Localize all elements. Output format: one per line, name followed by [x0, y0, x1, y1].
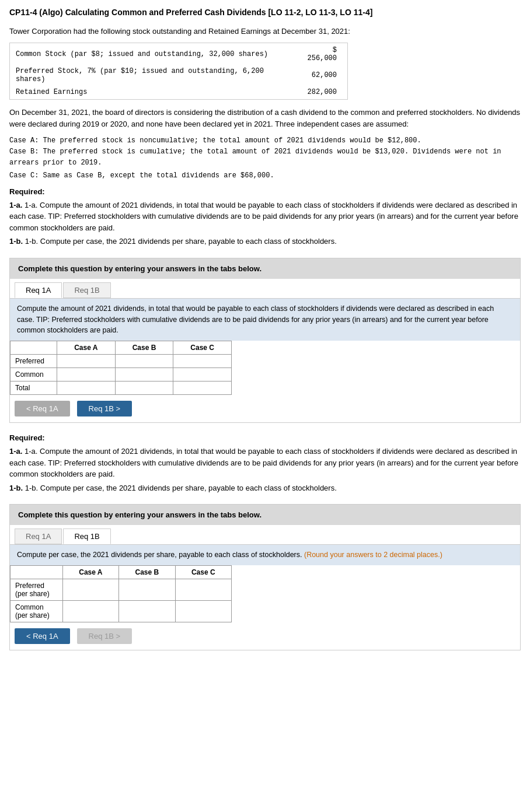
stock-value-2: 62,000	[295, 65, 346, 85]
data-table-1: Case A Case B Case C Preferred Common	[10, 341, 232, 395]
cell-common-pershare-casec	[175, 600, 231, 622]
case-b: Case B: The preferred stock is cumulativ…	[9, 146, 521, 169]
cell-common-pershare-casea	[62, 600, 118, 622]
instruction-highlight-2: (Round your answers to 2 decimal places.…	[304, 551, 442, 559]
case-c: Case C: Same as Case B, except the total…	[9, 170, 521, 181]
col-header-casec-2: Case C	[175, 565, 231, 579]
col-header-casea-1: Case A	[57, 341, 116, 355]
tabs-row-1: Req 1A Req 1B	[10, 279, 520, 299]
tab-req1b-1[interactable]: Req 1B	[63, 282, 110, 298]
col-header-empty-1	[11, 341, 57, 355]
complete-banner-1: Complete this question by entering your …	[10, 258, 520, 279]
stock-row-3: Retained Earnings 282,000	[11, 86, 346, 98]
col-header-caseb-1: Case B	[115, 341, 173, 355]
tab-req1a-1[interactable]: Req 1A	[15, 282, 62, 298]
btn-next-1[interactable]: Req 1B >	[77, 401, 132, 416]
row-label-common-1: Common	[11, 368, 57, 382]
col-header-empty-2	[11, 565, 63, 579]
cell-common-pershare-caseb	[119, 600, 175, 622]
col-header-casec-1: Case C	[173, 341, 232, 355]
cell-total-casec-1	[173, 382, 232, 395]
instruction-box-1: Compute the amount of 2021 dividends, in…	[10, 299, 520, 341]
instruction-box-2: Compute per case, the 2021 dividends per…	[10, 545, 520, 565]
table-row-preferred-1: Preferred	[11, 355, 232, 368]
page-title: CP11-4 (Algo) Calculating Common and Pre…	[9, 7, 521, 19]
cell-common-casec-1	[173, 368, 232, 382]
nav-buttons-2: < Req 1A Req 1B >	[10, 622, 520, 650]
input-preferred-pershare-casec[interactable]	[176, 584, 231, 596]
row-label-preferred-1: Preferred	[11, 355, 57, 368]
cell-total-caseb-1	[115, 382, 173, 395]
stock-table: Common Stock (par $8; issued and outstan…	[9, 43, 348, 100]
required-header-2: Required:	[9, 433, 521, 442]
input-common-pershare-caseb[interactable]	[119, 606, 175, 617]
data-table-2: Case A Case B Case C Preferred (per shar…	[10, 565, 232, 622]
required-list: 1-a. 1-a. Compute the amount of 2021 div…	[9, 200, 521, 247]
row-label-total-1: Total	[11, 382, 57, 395]
input-total-casec-1[interactable]	[173, 382, 231, 394]
input-total-casea-1[interactable]	[57, 382, 115, 394]
input-common-caseb-1[interactable]	[116, 369, 173, 380]
input-preferred-casec-1[interactable]	[173, 355, 231, 367]
cell-preferred-pershare-casea	[62, 579, 118, 600]
col-header-caseb-2: Case B	[119, 565, 175, 579]
question-box-2: Complete this question by entering your …	[9, 504, 521, 650]
btn-next-2: Req 1B >	[77, 628, 132, 644]
row-label-preferred-pershare: Preferred (per share)	[11, 579, 63, 600]
stock-label-3: Retained Earnings	[11, 86, 294, 98]
stock-value-1: $ 256,000	[295, 44, 346, 64]
input-common-casea-1[interactable]	[57, 369, 115, 380]
tabs-row-2: Req 1A Req 1B	[10, 525, 520, 545]
table-header-row-2: Case A Case B Case C	[11, 565, 232, 579]
req-1a-text: 1-a. 1-a. Compute the amount of 2021 div…	[9, 200, 521, 234]
stock-row-1: Common Stock (par $8; issued and outstan…	[11, 44, 346, 64]
row-label-common-pershare: Common (per share)	[11, 600, 63, 622]
required-list-2: 1-a. 1-a. Compute the amount of 2021 div…	[9, 446, 521, 494]
table-header-row-1: Case A Case B Case C	[11, 341, 232, 355]
input-preferred-pershare-caseb[interactable]	[119, 584, 175, 596]
cell-preferred-casea-1	[57, 355, 116, 368]
req-1b-text: 1-b. 1-b. Compute per case, the 2021 div…	[9, 236, 521, 247]
required-header: Required:	[9, 187, 521, 196]
table-row-preferred-2: Preferred (per share)	[11, 579, 232, 600]
question-box-1: Complete this question by entering your …	[9, 258, 521, 423]
stock-value-3: 282,000	[295, 86, 346, 98]
stock-label-2: Preferred Stock, 7% (par $10; issued and…	[11, 65, 294, 85]
input-preferred-casea-1[interactable]	[57, 355, 115, 367]
btn-prev-2[interactable]: < Req 1A	[15, 628, 70, 644]
req-1a-text-2: 1-a. 1-a. Compute the amount of 2021 div…	[9, 446, 521, 480]
case-intro: On December 31, 2021, the board of direc…	[9, 107, 521, 130]
table-row-total-1: Total	[11, 382, 232, 395]
input-common-casec-1[interactable]	[173, 369, 231, 380]
cell-preferred-pershare-caseb	[119, 579, 175, 600]
nav-buttons-1: < Req 1A Req 1B >	[10, 395, 520, 422]
req-1b-text-2: 1-b. 1-b. Compute per case, the 2021 div…	[9, 482, 521, 494]
tab-req1a-2[interactable]: Req 1A	[15, 528, 62, 544]
complete-banner-2: Complete this question by entering your …	[10, 505, 520, 525]
instruction-text-2: Compute per case, the 2021 dividends per…	[17, 551, 302, 559]
case-a: Case A: The preferred stock is noncumula…	[9, 135, 521, 146]
cell-preferred-casec-1	[173, 355, 232, 368]
stock-label-1: Common Stock (par $8; issued and outstan…	[11, 44, 294, 64]
table-row-common-2: Common (per share)	[11, 600, 232, 622]
cell-preferred-caseb-1	[115, 355, 173, 368]
cell-common-caseb-1	[115, 368, 173, 382]
input-common-pershare-casec[interactable]	[176, 606, 231, 617]
input-preferred-pershare-casea[interactable]	[63, 584, 118, 596]
btn-prev-1[interactable]: < Req 1A	[15, 401, 70, 416]
tab-req1b-2[interactable]: Req 1B	[63, 528, 110, 544]
input-preferred-caseb-1[interactable]	[116, 355, 173, 367]
table-row-common-1: Common	[11, 368, 232, 382]
input-common-pershare-casea[interactable]	[63, 606, 118, 617]
input-total-caseb-1[interactable]	[116, 382, 173, 394]
cell-total-casea-1	[57, 382, 116, 395]
cell-common-casea-1	[57, 368, 116, 382]
table-wrapper-1: Case A Case B Case C Preferred Common	[10, 341, 520, 395]
intro-text: Tower Corporation had the following stoc…	[9, 26, 521, 37]
stock-row-2: Preferred Stock, 7% (par $10; issued and…	[11, 65, 346, 85]
col-header-casea-2: Case A	[62, 565, 118, 579]
cell-preferred-pershare-casec	[175, 579, 231, 600]
cases-section: Case A: The preferred stock is noncumula…	[9, 135, 521, 181]
table-wrapper-2: Case A Case B Case C Preferred (per shar…	[10, 565, 520, 622]
